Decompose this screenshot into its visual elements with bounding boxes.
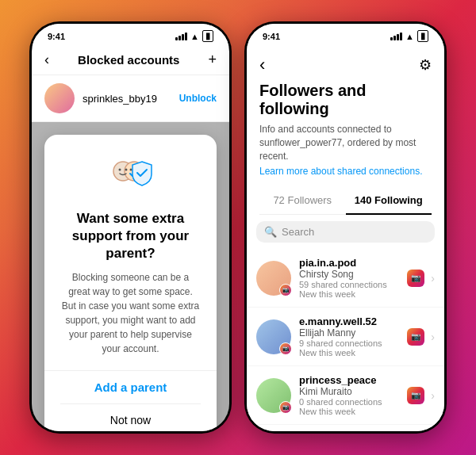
follow-item-3[interactable]: 📷 princess_peace Kimi Muraito 0 shared c… bbox=[247, 366, 444, 425]
shared-connections-link[interactable]: Learn more about shared connections. bbox=[259, 166, 432, 177]
follow-item-4[interactable]: 📷 jaded.elephant17 76 shared connections… bbox=[247, 425, 444, 431]
followers-tabs: 72 Followers 140 Following bbox=[259, 186, 432, 215]
follow-username-2: e.manny.well.52 bbox=[299, 315, 399, 327]
follow-actions-3: 📷 › bbox=[407, 387, 435, 404]
ig-icon-2[interactable]: 📷 bbox=[407, 328, 424, 346]
settings-icon[interactable]: ⚙ bbox=[419, 56, 432, 74]
right-signal-icon bbox=[390, 32, 402, 40]
blocked-username: sprinkles_bby19 bbox=[83, 93, 171, 105]
right-status-bar: 9:41 ▲ ▮ bbox=[247, 24, 444, 45]
follow-meta-2: 9 shared connections New this week bbox=[299, 338, 399, 358]
followers-title: Followers and following bbox=[259, 82, 432, 118]
add-parent-button[interactable]: Add a parent bbox=[60, 371, 201, 403]
left-phone: 9:41 ▲ ▮ ‹ Blocked accounts + sprinkles_… bbox=[29, 21, 232, 434]
follow-realname-1: Chirsty Song bbox=[299, 269, 399, 280]
search-input[interactable]: Search bbox=[282, 226, 314, 238]
modal-body: Blocking someone can be a great way to g… bbox=[60, 270, 201, 356]
following-list: 📷 pia.in.a.pod Chirsty Song 59 shared co… bbox=[247, 249, 444, 431]
modal-overlay: Want some extra support from your parent… bbox=[32, 122, 229, 431]
parent-icon-svg bbox=[109, 154, 153, 193]
right-phone: 9:41 ▲ ▮ ‹ ⚙ Followers and following Inf… bbox=[244, 21, 447, 434]
search-icon: 🔍 bbox=[264, 226, 277, 238]
chevron-icon-2[interactable]: › bbox=[431, 331, 435, 343]
followers-header: ‹ ⚙ Followers and following Info and acc… bbox=[247, 45, 444, 215]
follow-actions-1: 📷 › bbox=[407, 270, 435, 287]
chevron-icon-3[interactable]: › bbox=[431, 389, 435, 402]
chevron-icon-1[interactable]: › bbox=[431, 272, 435, 285]
back-button[interactable]: ‹ bbox=[44, 52, 49, 68]
left-status-icons: ▲ ▮ bbox=[175, 30, 213, 42]
avatar-3: 📷 bbox=[256, 378, 291, 413]
modal-icon bbox=[60, 154, 201, 201]
follow-info-1: pia.in.a.pod Chirsty Song 59 shared conn… bbox=[299, 257, 399, 299]
follow-info-3: princess_peace Kimi Muraito 0 shared con… bbox=[299, 374, 399, 416]
blocked-user-avatar bbox=[44, 83, 75, 113]
svg-point-4 bbox=[129, 169, 132, 171]
follow-realname-2: Ellijah Manny bbox=[299, 327, 399, 338]
svg-point-3 bbox=[125, 169, 127, 171]
ig-badge-3: 📷 bbox=[279, 401, 292, 414]
avatar-1: 📷 bbox=[256, 261, 291, 296]
ig-icon-3[interactable]: 📷 bbox=[407, 387, 424, 404]
not-now-button[interactable]: Not now bbox=[60, 403, 201, 431]
ig-badge-1: 📷 bbox=[279, 284, 292, 296]
follow-meta-1: 59 shared connections New this week bbox=[299, 280, 399, 299]
right-wifi-icon: ▲ bbox=[405, 32, 414, 41]
parent-modal: Want some extra support from your parent… bbox=[44, 135, 217, 431]
right-battery-icon: ▮ bbox=[417, 30, 428, 42]
follow-realname-3: Kimi Muraito bbox=[299, 386, 399, 397]
modal-title: Want some extra support from your parent… bbox=[60, 210, 201, 262]
follow-meta-3: 0 shared connections New this week bbox=[299, 397, 399, 416]
ig-badge-2: 📷 bbox=[279, 342, 292, 355]
tab-followers[interactable]: 72 Followers bbox=[259, 186, 346, 214]
right-status-time: 9:41 bbox=[263, 32, 280, 41]
follow-item-1[interactable]: 📷 pia.in.a.pod Chirsty Song 59 shared co… bbox=[247, 249, 444, 308]
left-status-time: 9:41 bbox=[48, 32, 65, 41]
follow-item-2[interactable]: 📷 e.manny.well.52 Ellijah Manny 9 shared… bbox=[247, 308, 444, 366]
signal-icon bbox=[175, 32, 187, 40]
follow-username-1: pia.in.a.pod bbox=[299, 257, 399, 269]
search-container: 🔍 Search bbox=[247, 215, 444, 249]
svg-point-2 bbox=[118, 169, 121, 171]
unblock-button[interactable]: Unblock bbox=[179, 93, 217, 104]
wifi-icon: ▲ bbox=[190, 32, 199, 41]
blocked-user-row: sprinkles_bby19 Unblock bbox=[32, 75, 229, 122]
blocked-title: Blocked accounts bbox=[78, 53, 179, 67]
add-button[interactable]: + bbox=[208, 52, 217, 68]
avatar-2: 📷 bbox=[256, 319, 291, 354]
right-back-button[interactable]: ‹ bbox=[259, 55, 265, 75]
ig-icon-1[interactable]: 📷 bbox=[407, 270, 424, 287]
right-status-icons: ▲ ▮ bbox=[390, 30, 428, 42]
blocked-nav-bar: ‹ Blocked accounts + bbox=[32, 45, 229, 75]
follow-username-3: princess_peace bbox=[299, 374, 399, 386]
follow-info-2: e.manny.well.52 Ellijah Manny 9 shared c… bbox=[299, 315, 399, 358]
search-box[interactable]: 🔍 Search bbox=[256, 221, 435, 243]
tab-following[interactable]: 140 Following bbox=[346, 186, 432, 214]
battery-icon: ▮ bbox=[202, 30, 213, 42]
left-status-bar: 9:41 ▲ ▮ bbox=[32, 24, 229, 45]
follow-actions-2: 📷 › bbox=[407, 328, 435, 346]
followers-subtitle: Info and accounts connected to sunflower… bbox=[259, 123, 432, 162]
